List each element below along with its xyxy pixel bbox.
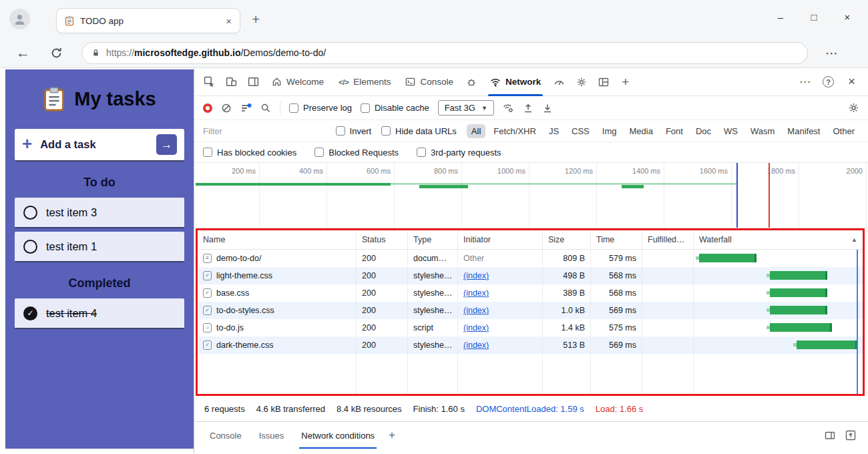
cell-waterfall[interactable]	[694, 302, 863, 319]
cell-name[interactable]: ○to-do.js	[198, 319, 357, 336]
table-row[interactable]: ✓base.css200styleshe…(index)389 B568 ms	[198, 284, 863, 302]
table-row[interactable]: ≡demo-to-do/200docum…Other809 B579 ms	[198, 250, 863, 267]
drawer-tab-network-conditions[interactable]: Network conditions	[292, 422, 383, 449]
filter-type-doc[interactable]: Doc	[691, 124, 716, 138]
cell-name[interactable]: ✓dark-theme.css	[198, 336, 357, 354]
filter-type-img[interactable]: Img	[598, 124, 622, 138]
cell-name[interactable]: ≡demo-to-do/	[198, 250, 357, 267]
layout-panel-icon[interactable]	[592, 68, 614, 95]
tab-elements[interactable]: </> Elements	[331, 68, 398, 95]
todo-item[interactable]: test item 3	[15, 198, 184, 228]
new-tab-button[interactable]: +	[252, 11, 260, 27]
cell-name[interactable]: ✓to-do-styles.css	[198, 302, 357, 319]
tab-welcome[interactable]: Welcome	[264, 68, 331, 95]
checkbox-icon[interactable]	[203, 148, 212, 157]
checkbox-icon[interactable]	[361, 103, 370, 113]
network-overview-timeline[interactable]: 200 ms400 ms600 ms800 ms1000 ms1200 ms14…	[194, 163, 868, 228]
url-bar[interactable]: https://microsoftedge.github.io/Demos/de…	[81, 42, 808, 64]
window-maximize-button[interactable]: □	[797, 5, 831, 28]
filter-type-fetchxhr[interactable]: Fetch/XHR	[489, 124, 541, 138]
checkbox-icon[interactable]	[417, 148, 426, 157]
browser-more-menu[interactable]: ⋯	[825, 45, 838, 61]
unchecked-circle-icon[interactable]	[23, 206, 37, 220]
network-conditions-icon[interactable]	[503, 103, 514, 114]
window-close-button[interactable]: ×	[831, 5, 864, 28]
initiator-link[interactable]: (index)	[463, 306, 489, 315]
clear-network-log-icon[interactable]	[221, 103, 232, 114]
cell-waterfall[interactable]	[694, 336, 863, 354]
option-checkbox-0[interactable]: Has blocked cookies	[203, 148, 296, 158]
filter-type-font[interactable]: Font	[661, 124, 688, 138]
todo-item-completed[interactable]: ✓test item 4	[15, 298, 184, 329]
network-settings-gear-icon[interactable]	[848, 102, 859, 114]
record-network-log-button[interactable]	[203, 103, 212, 113]
unchecked-circle-icon[interactable]	[23, 240, 37, 254]
devtools-more-menu-icon[interactable]: ⋯	[794, 75, 816, 89]
tab-network[interactable]: Network	[483, 68, 548, 95]
column-header-type[interactable]: Type	[408, 230, 458, 249]
drawer-tab-console[interactable]: Console	[201, 422, 250, 449]
filter-type-all[interactable]: All	[467, 124, 485, 138]
table-row[interactable]: ✓to-do-styles.css200styleshe…(index)1.0 …	[198, 302, 863, 319]
filter-type-media[interactable]: Media	[624, 124, 657, 138]
export-har-icon[interactable]	[542, 103, 553, 114]
cell-waterfall[interactable]	[694, 267, 863, 284]
window-minimize-button[interactable]: –	[764, 5, 797, 28]
column-header-fulfilled[interactable]: Fulfilled…	[642, 230, 694, 249]
cell-initiator[interactable]: (index)	[458, 284, 543, 302]
inspect-element-icon[interactable]	[198, 68, 220, 95]
import-har-icon[interactable]	[523, 103, 533, 114]
add-drawer-tab-icon[interactable]: +	[389, 429, 395, 442]
profile-avatar[interactable]	[9, 9, 30, 29]
cell-waterfall[interactable]	[694, 319, 863, 336]
checkbox-icon[interactable]	[381, 126, 391, 136]
filter-type-css[interactable]: CSS	[567, 124, 594, 138]
refresh-button[interactable]	[50, 47, 63, 59]
throttling-dropdown[interactable]: Fast 3G▼	[438, 100, 494, 116]
browser-tab[interactable]: TODO app ×	[56, 8, 240, 33]
option-checkbox-2[interactable]: 3rd-party requests	[417, 148, 501, 158]
search-icon[interactable]	[260, 103, 271, 114]
initiator-link[interactable]: (index)	[463, 340, 489, 350]
add-tool-icon[interactable]: +	[614, 68, 636, 95]
checkbox-icon[interactable]	[336, 126, 345, 136]
filter-type-wasm[interactable]: Wasm	[746, 124, 779, 138]
todo-item[interactable]: test item 1	[15, 232, 184, 262]
initiator-link[interactable]: (index)	[463, 323, 489, 332]
option-checkbox-1[interactable]: Blocked Requests	[314, 148, 399, 158]
cell-waterfall[interactable]	[694, 250, 863, 267]
cell-waterfall[interactable]	[694, 284, 863, 302]
cell-name[interactable]: ✓base.css	[198, 284, 357, 302]
add-task-submit-button[interactable]: →	[156, 134, 177, 155]
device-toolbar-icon[interactable]	[220, 68, 242, 95]
table-row[interactable]: ○to-do.js200script(index)1.4 kB575 ms	[198, 319, 863, 336]
add-task-field[interactable]: + Add a task →	[15, 129, 184, 162]
column-header-size[interactable]: Size	[543, 230, 591, 249]
bug-icon[interactable]	[461, 68, 483, 95]
table-row[interactable]: ✓light-theme.css200styleshe…(index)498 B…	[198, 267, 863, 284]
expand-drawer-icon[interactable]	[845, 430, 856, 441]
tab-close-icon[interactable]: ×	[226, 15, 232, 27]
filter-type-js[interactable]: JS	[544, 124, 564, 138]
filter-rows-icon[interactable]	[240, 103, 252, 114]
tab-console[interactable]: Console	[398, 68, 461, 95]
disable-cache-checkbox[interactable]: Disable cache	[361, 103, 429, 113]
checkbox-icon[interactable]	[289, 103, 298, 113]
filter-input[interactable]	[203, 126, 326, 136]
initiator-link[interactable]: (index)	[463, 271, 489, 280]
column-header-name[interactable]: Name	[198, 230, 357, 249]
invert-checkbox[interactable]: Invert	[336, 126, 372, 136]
table-header-row[interactable]: Name Status Type Initiator Size Time Ful…	[198, 230, 863, 250]
drawer-tab-issues[interactable]: Issues	[250, 422, 293, 449]
column-header-status[interactable]: Status	[357, 230, 408, 249]
cell-initiator[interactable]: (index)	[458, 302, 543, 319]
filter-type-ws[interactable]: WS	[719, 124, 742, 138]
performance-icon[interactable]	[548, 68, 570, 95]
initiator-link[interactable]: (index)	[463, 288, 489, 298]
column-header-waterfall[interactable]: Waterfall▲	[694, 230, 863, 249]
cell-name[interactable]: ✓light-theme.css	[198, 267, 357, 284]
back-button[interactable]: ←	[16, 45, 30, 61]
cell-initiator[interactable]: (index)	[458, 336, 543, 354]
table-row[interactable]: ✓dark-theme.css200styleshe…(index)513 B5…	[198, 336, 863, 354]
activity-bar-icon[interactable]	[242, 68, 264, 95]
